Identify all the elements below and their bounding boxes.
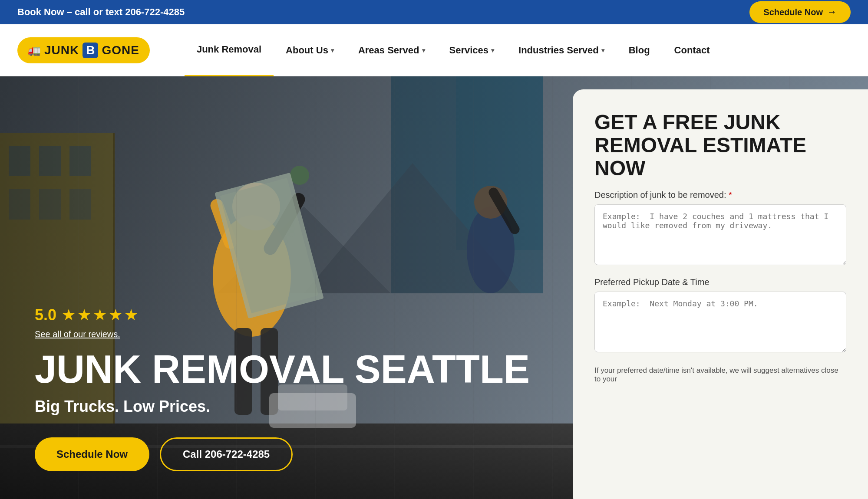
star-4: ★ [109,306,122,324]
description-textarea[interactable] [594,204,846,265]
logo-text-part2: GONE [102,43,139,57]
nav-item-areas-served: Areas Served ▾ [346,24,437,76]
required-marker: * [729,190,732,200]
hero-rating: 5.0 ★ ★ ★ ★ ★ [35,306,547,324]
chevron-down-icon-services: ▾ [491,47,494,54]
schedule-now-button-hero[interactable]: Schedule Now [35,437,149,471]
estimate-form-panel: GET A FREE JUNK REMOVAL ESTIMATE NOW Des… [573,89,868,499]
top-bar: Book Now – call or text 206-722-4285 Sch… [0,0,868,24]
description-label: Description of junk to be removed: * [594,190,846,200]
nav-item-about-us: About Us ▾ [274,24,346,76]
truck-icon: 🚛 [28,44,41,56]
navbar: 🚛 JUNK B GONE Junk Removal About Us ▾ Ar… [0,24,868,76]
hero-title: JUNK REMOVAL SEATTLE [35,350,547,389]
arrow-icon: → [827,7,837,18]
description-field-group: Description of junk to be removed: * [594,190,846,267]
hero-buttons: Schedule Now Call 206-722-4285 [35,437,547,471]
form-title: GET A FREE JUNK REMOVAL ESTIMATE NOW [594,111,846,180]
logo-b-letter: B [83,43,98,58]
rating-score: 5.0 [35,306,56,324]
logo[interactable]: 🚛 JUNK B GONE [17,37,150,63]
form-note: If your preferred date/time isn't availa… [594,366,846,384]
chevron-down-icon-areas: ▾ [422,47,425,54]
pickup-date-label: Preferred Pickup Date & Time [594,277,846,287]
pickup-date-field-group: Preferred Pickup Date & Time [594,277,846,354]
chevron-down-icon-industries: ▾ [601,47,604,54]
hero-left: 5.0 ★ ★ ★ ★ ★ See all of our reviews. JU… [0,76,573,499]
stars: ★ ★ ★ ★ ★ [62,306,138,324]
hero-subtitle: Big Trucks. Low Prices. [35,397,547,416]
star-3: ★ [93,306,107,324]
nav-link-areas-served[interactable]: Areas Served ▾ [346,24,437,76]
nav-link-junk-removal[interactable]: Junk Removal [185,24,274,76]
hero-section: 5.0 ★ ★ ★ ★ ★ See all of our reviews. JU… [0,76,868,499]
nav-link-about-us[interactable]: About Us ▾ [274,24,346,76]
nav-link-contact[interactable]: Contact [662,24,722,76]
nav-link-industries-served[interactable]: Industries Served ▾ [506,24,617,76]
hero-content: 5.0 ★ ★ ★ ★ ★ See all of our reviews. JU… [0,76,868,499]
nav-item-industries-served: Industries Served ▾ [506,24,617,76]
nav-item-services: Services ▾ [437,24,507,76]
star-5: ★ [124,306,138,324]
logo-text-part1: JUNK [44,43,79,57]
schedule-now-button-top[interactable]: Schedule Now → [749,1,851,23]
nav-link-blog[interactable]: Blog [617,24,662,76]
nav-links: Junk Removal About Us ▾ Areas Served ▾ S… [185,24,851,76]
star-2: ★ [77,306,91,324]
nav-item-junk-removal: Junk Removal [185,24,274,76]
nav-link-services[interactable]: Services ▾ [437,24,507,76]
book-now-text: Book Now – call or text 206-722-4285 [17,7,185,18]
nav-item-contact: Contact [662,24,722,76]
schedule-btn-label: Schedule Now [763,7,823,17]
star-1: ★ [62,306,76,324]
logo-wrapper: 🚛 JUNK B GONE [17,37,150,63]
reviews-link[interactable]: See all of our reviews. [35,329,547,339]
call-button-hero[interactable]: Call 206-722-4285 [160,437,293,471]
nav-item-blog: Blog [617,24,662,76]
chevron-down-icon-about: ▾ [331,47,334,54]
pickup-date-textarea[interactable] [594,292,846,352]
